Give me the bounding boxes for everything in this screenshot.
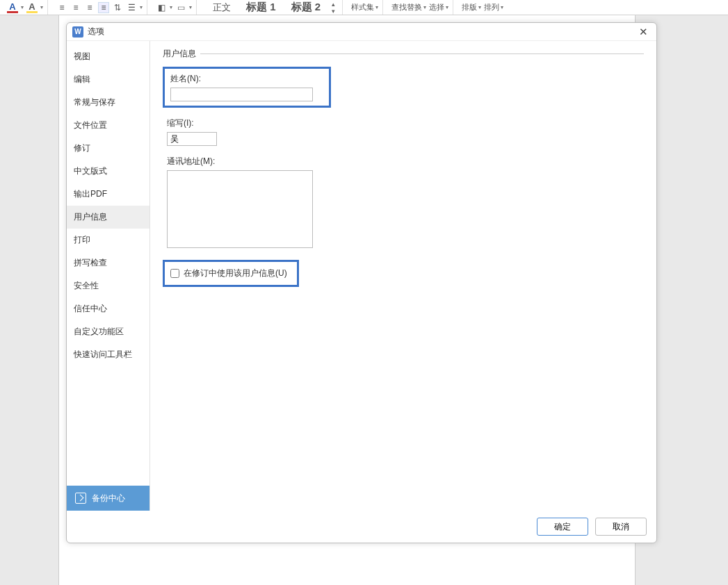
- ribbon: A ▾ A ▾ ≡ ≡ ≡ ≡ ⇅ ☰ ▾ ◧ ▾ ▭ ▾ 正文 标题 1 标题…: [0, 0, 728, 15]
- arrange-button[interactable]: 排版 ▾: [462, 2, 481, 13]
- app-icon: W: [72, 26, 83, 38]
- sidebar-item-edit[interactable]: 编辑: [67, 68, 149, 91]
- select-button[interactable]: 选择 ▾: [429, 2, 448, 13]
- name-label: 姓名(N):: [170, 73, 323, 85]
- options-sidebar: 视图 编辑 常规与保存 文件位置 修订 中文版式 输出PDF 用户信息 打印 拼…: [67, 41, 150, 511]
- arrange-caret-icon: ▾: [478, 4, 481, 10]
- address-label: 通讯地址(M):: [167, 156, 644, 167]
- address-input[interactable]: [167, 170, 313, 248]
- options-dialog: W 选项 ✕ 视图 编辑 常规与保存 文件位置 修订 中文版式 输出PDF 用户…: [66, 22, 657, 543]
- findreplace-caret-icon: ▾: [423, 4, 426, 10]
- style-gallery-up-icon[interactable]: ▴: [328, 1, 338, 8]
- sidebar-item-trust-center[interactable]: 信任中心: [67, 297, 149, 320]
- highlight-color-icon[interactable]: A: [26, 2, 38, 13]
- section-title: 用户信息: [163, 48, 200, 60]
- sidebar-item-track-changes[interactable]: 修订: [67, 137, 149, 160]
- align-left-icon[interactable]: ≡: [56, 2, 67, 13]
- name-input[interactable]: [170, 88, 313, 101]
- style-heading2-tile[interactable]: 标题 2: [284, 0, 329, 16]
- styleset-caret-icon: ▾: [375, 4, 378, 10]
- use-in-track-highlight: 在修订中使用该用户信息(U): [163, 260, 299, 287]
- sidebar-item-chinese-layout[interactable]: 中文版式: [67, 160, 149, 183]
- dialog-footer: 确定 取消: [67, 511, 656, 543]
- style-gallery-down-icon[interactable]: ▾: [328, 8, 338, 15]
- backup-center-label: 备份中心: [92, 493, 125, 504]
- sort-label: 排列: [484, 2, 499, 13]
- use-in-track-checkbox[interactable]: [170, 269, 179, 278]
- line-spacing-icon[interactable]: ⇅: [112, 2, 123, 13]
- align-justify-icon[interactable]: ≡: [98, 2, 109, 13]
- styleset-label: 样式集: [351, 2, 374, 13]
- sidebar-item-quick-access[interactable]: 快速访问工具栏: [67, 343, 149, 366]
- findreplace-label: 查找替换: [391, 2, 422, 13]
- font-color-caret-icon[interactable]: ▾: [21, 4, 24, 10]
- sidebar-item-general-save[interactable]: 常规与保存: [67, 91, 149, 114]
- backup-icon: [75, 493, 86, 504]
- sidebar-item-security[interactable]: 安全性: [67, 274, 149, 297]
- dialog-titlebar: W 选项 ✕: [67, 23, 656, 41]
- select-label: 选择: [429, 2, 444, 13]
- dialog-title: 选项: [88, 26, 636, 38]
- shading-caret-icon[interactable]: ▾: [170, 4, 172, 10]
- sort-caret-icon: ▾: [501, 4, 503, 10]
- backup-center-button[interactable]: 备份中心: [67, 486, 149, 511]
- use-in-track-label: 在修订中使用该用户信息(U): [184, 267, 287, 279]
- font-color-icon[interactable]: A: [7, 2, 18, 13]
- sidebar-item-export-pdf[interactable]: 输出PDF: [67, 183, 149, 206]
- sidebar-item-spellcheck[interactable]: 拼写检查: [67, 252, 149, 274]
- arrange-label: 排版: [462, 2, 477, 13]
- align-center-icon[interactable]: ≡: [70, 2, 81, 13]
- name-field-highlight: 姓名(N):: [163, 67, 331, 108]
- list-caret-icon[interactable]: ▾: [140, 4, 143, 10]
- close-icon: ✕: [639, 26, 648, 38]
- section-header: 用户信息: [163, 48, 644, 60]
- borders-icon[interactable]: ▭: [175, 2, 186, 13]
- list-icon[interactable]: ☰: [126, 2, 137, 13]
- highlight-color-caret-icon[interactable]: ▾: [40, 4, 43, 10]
- sidebar-item-customize-ribbon[interactable]: 自定义功能区: [67, 320, 149, 343]
- select-caret-icon: ▾: [446, 4, 448, 10]
- options-content: 用户信息 姓名(N): 缩写(I): 通讯地址(M): 在修订中使用该用户信息(…: [150, 41, 656, 511]
- sidebar-item-user-info[interactable]: 用户信息: [67, 206, 149, 229]
- shading-icon[interactable]: ◧: [156, 2, 167, 13]
- styleset-button[interactable]: 样式集 ▾: [351, 2, 378, 13]
- findreplace-button[interactable]: 查找替换 ▾: [391, 2, 426, 13]
- align-right-icon[interactable]: ≡: [84, 2, 95, 13]
- initials-label: 缩写(I):: [167, 117, 644, 129]
- close-button[interactable]: ✕: [636, 24, 651, 40]
- style-body-tile[interactable]: 正文: [205, 0, 238, 16]
- use-in-track-row[interactable]: 在修订中使用该用户信息(U): [170, 267, 287, 279]
- style-heading1-tile[interactable]: 标题 1: [238, 0, 284, 16]
- initials-input[interactable]: [167, 132, 217, 146]
- cancel-button[interactable]: 取消: [595, 518, 647, 536]
- borders-caret-icon[interactable]: ▾: [189, 4, 192, 10]
- sidebar-item-file-location[interactable]: 文件位置: [67, 114, 149, 137]
- ok-button[interactable]: 确定: [537, 518, 588, 536]
- sidebar-item-view[interactable]: 视图: [67, 45, 149, 68]
- sort-button[interactable]: 排列 ▾: [484, 2, 503, 13]
- sidebar-item-print[interactable]: 打印: [67, 229, 149, 252]
